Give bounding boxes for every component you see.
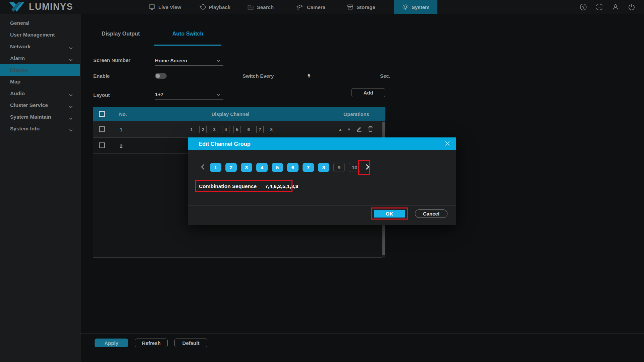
sidebar-item-network[interactable]: Network <box>0 41 80 52</box>
nav-live-view[interactable]: Live View <box>149 0 181 14</box>
tab-auto-switch[interactable]: Auto Switch <box>154 31 221 37</box>
channel-button-10[interactable]: 10 <box>349 163 360 172</box>
apply-button[interactable]: Apply <box>95 339 128 347</box>
sidebar-item-general[interactable]: General <box>0 17 80 29</box>
channel-button-9[interactable]: 9 <box>333 163 345 172</box>
screen-number-value: Home Screen <box>155 58 187 63</box>
folder-icon <box>247 4 254 10</box>
help-icon[interactable]: ? <box>580 3 587 11</box>
nav-label: Camera <box>307 4 325 10</box>
sidebar-item-label: Audio <box>10 90 25 97</box>
move-up-icon[interactable]: ▲ <box>338 127 342 131</box>
channel-badge: 4 <box>222 126 229 133</box>
sidebar-item-cluster-service[interactable]: Cluster Service <box>0 99 80 111</box>
row-number: 2 <box>120 138 122 154</box>
sidebar-item-label: Network <box>10 44 31 50</box>
sidebar-item-system-info[interactable]: System Info <box>0 123 80 134</box>
layout-value: 1+7 <box>155 92 163 97</box>
nav-system[interactable]: System <box>394 0 437 14</box>
delete-icon[interactable] <box>368 126 373 133</box>
sidebar-item-audio[interactable]: Audio <box>0 87 80 99</box>
channel-button-2[interactable]: 2 <box>225 163 237 172</box>
next-channel-page-arrow[interactable] <box>366 164 370 171</box>
column-header-no: No. <box>119 107 127 121</box>
combination-sequence-value: 7,4,6,2,5,1,3,8 <box>265 183 298 189</box>
row-checkbox[interactable] <box>99 142 105 148</box>
chevron-down-icon <box>69 115 73 121</box>
enable-toggle[interactable] <box>155 73 167 79</box>
move-down-icon[interactable]: ▼ <box>347 127 351 131</box>
nav-playback[interactable]: Playback <box>199 0 230 14</box>
row-channel-badges: 1 2 3 4 5 6 7 8 <box>188 126 275 133</box>
sidebar-item-display[interactable]: Display <box>0 64 80 76</box>
chevron-down-icon <box>69 57 73 63</box>
sidebar-item-label: Alarm <box>10 55 25 61</box>
modal-header: Edit Channel Group <box>188 137 456 150</box>
sidebar-item-user-management[interactable]: User Management <box>0 29 80 41</box>
screen-number-label: Screen Number <box>93 57 130 63</box>
tab-display-output[interactable]: Display Output <box>91 31 151 37</box>
brand-logo: LUMINYS <box>9 2 73 12</box>
row-checkbox[interactable] <box>99 126 105 132</box>
sidebar-item-map[interactable]: Map <box>0 76 80 87</box>
sidebar-item-alarm[interactable]: Alarm <box>0 52 80 64</box>
sidebar-item-label: Map <box>10 79 20 85</box>
channel-badge: 2 <box>199 126 207 133</box>
footer-divider <box>80 333 644 334</box>
enable-label: Enable <box>93 73 110 79</box>
modal-footer-divider <box>188 205 456 205</box>
close-icon[interactable] <box>445 141 450 147</box>
channel-button-1[interactable]: 1 <box>210 163 221 172</box>
channel-button-7[interactable]: 7 <box>303 163 314 172</box>
gear-icon <box>402 4 409 10</box>
channel-button-6[interactable]: 6 <box>287 163 299 172</box>
channel-badge: 8 <box>268 126 275 133</box>
sidebar-item-system-maintain[interactable]: System Maintain <box>0 111 80 123</box>
channel-badge: 7 <box>256 126 264 133</box>
luminys-logo-icon <box>9 2 25 12</box>
table-row[interactable]: 1 1 2 3 4 5 6 7 8 ▲ ▼ <box>93 121 385 137</box>
combination-sequence-label: Combination Sequence <box>199 183 257 189</box>
channel-button-5[interactable]: 5 <box>272 163 283 172</box>
nav-storage[interactable]: Storage <box>347 0 375 14</box>
combination-sequence: Combination Sequence7,4,6,2,5,1,3,8 <box>199 183 298 189</box>
chevron-down-icon <box>69 45 73 51</box>
scan-icon[interactable] <box>596 3 603 11</box>
select-all-checkbox[interactable] <box>99 111 105 117</box>
edit-icon[interactable] <box>356 125 363 133</box>
sidebar-item-label: User Management <box>10 32 55 38</box>
row-operations: ▲ ▼ <box>338 121 373 137</box>
modal-title: Edit Channel Group <box>188 141 251 147</box>
channel-button-4[interactable]: 4 <box>256 163 268 172</box>
prev-channel-page-arrow[interactable] <box>201 164 205 171</box>
cancel-button[interactable]: Cancel <box>415 209 447 218</box>
channel-button-8[interactable]: 8 <box>318 163 329 172</box>
nav-camera[interactable]: Camera <box>297 0 325 14</box>
channel-selector: 1 2 3 4 5 6 7 8 9 10 <box>201 163 370 172</box>
screen-number-select[interactable]: Home Screen <box>155 55 223 66</box>
channel-badge: 1 <box>188 126 195 133</box>
chevron-down-icon <box>69 127 73 133</box>
column-header-operations: Operations <box>343 107 369 121</box>
layout-select[interactable]: 1+7 <box>155 89 223 100</box>
refresh-button[interactable]: Refresh <box>135 339 168 347</box>
chevron-down-icon <box>216 92 221 97</box>
monitor-icon <box>149 4 155 10</box>
user-icon[interactable] <box>612 3 619 11</box>
default-button[interactable]: Default <box>174 339 207 347</box>
nav-label: Storage <box>357 4 375 10</box>
column-header-display-channel: Display Channel <box>204 107 257 121</box>
nav-label: System <box>412 4 429 10</box>
add-button[interactable]: Add <box>352 88 385 97</box>
sidebar-item-label: General <box>10 20 30 26</box>
switch-every-input[interactable]: 5 <box>304 71 376 80</box>
channel-badge: 6 <box>245 126 252 133</box>
channel-badge: 3 <box>211 126 218 133</box>
ok-button[interactable]: OK <box>374 210 405 218</box>
nav-label: Search <box>257 4 274 10</box>
channel-button-3[interactable]: 3 <box>241 163 252 172</box>
app-window: LUMINYS Live View Playback Search <box>0 0 644 362</box>
power-icon[interactable] <box>628 3 635 11</box>
nav-search[interactable]: Search <box>247 0 274 14</box>
switch-every-value: 5 <box>308 73 310 78</box>
